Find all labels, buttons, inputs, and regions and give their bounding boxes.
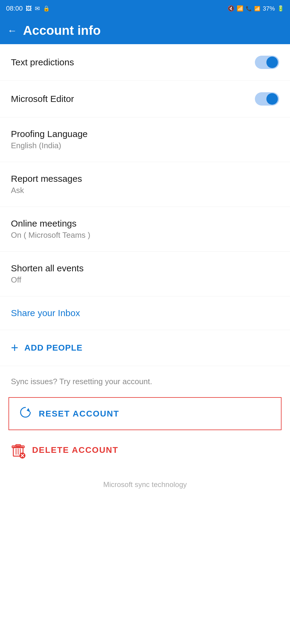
- shorten-events-title: Shorten all events: [11, 263, 84, 273]
- battery-icon: 🔋: [277, 5, 284, 12]
- sync-notice-text: Sync issues? Try resetting your account.: [11, 377, 152, 386]
- battery-percentage: 37%: [263, 5, 275, 12]
- microsoft-editor-label-wrap: Microsoft Editor: [11, 94, 74, 104]
- text-predictions-toggle[interactable]: [255, 56, 279, 69]
- microsoft-editor-title: Microsoft Editor: [11, 94, 74, 104]
- text-predictions-row: Text predictions: [0, 44, 290, 81]
- header: ← Account info: [0, 17, 290, 44]
- microsoft-editor-row: Microsoft Editor: [0, 81, 290, 117]
- email-icon: ✉: [35, 5, 40, 12]
- status-bar-right: 🔇 📶 📞 📶 37% 🔋: [228, 5, 284, 12]
- online-meetings-label-wrap: Online meetings On ( Microsoft Teams ): [11, 218, 90, 240]
- add-people-label[interactable]: ADD PEOPLE: [25, 343, 83, 353]
- proofing-language-title: Proofing Language: [11, 129, 88, 139]
- status-bar-left: 08:00 🖼 ✉ 🔒: [6, 5, 50, 12]
- shorten-events-subtitle: Off: [11, 275, 84, 285]
- report-messages-subtitle: Ask: [11, 186, 82, 195]
- status-bar: 08:00 🖼 ✉ 🔒 🔇 📶 📞 📶 37% 🔋: [0, 0, 290, 17]
- lock-icon: 🔒: [43, 5, 50, 12]
- text-predictions-label-wrap: Text predictions: [11, 57, 74, 67]
- reset-icon: [19, 406, 32, 422]
- toggle-track-2: [255, 92, 279, 106]
- page-title: Account info: [23, 23, 101, 38]
- proofing-language-label-wrap: Proofing Language English (India): [11, 129, 88, 150]
- signal-icon: 📶: [254, 6, 260, 11]
- share-inbox-row[interactable]: Share your Inbox: [0, 296, 290, 330]
- share-inbox-link[interactable]: Share your Inbox: [11, 308, 80, 318]
- delete-account-button[interactable]: DELETE ACCOUNT: [0, 440, 290, 468]
- reset-account-button[interactable]: RESET ACCOUNT: [8, 397, 282, 430]
- sync-notice: Sync issues? Try resetting your account.: [0, 366, 290, 392]
- call-icon: 📞: [246, 6, 252, 11]
- add-icon: +: [11, 342, 18, 354]
- photo-icon: 🖼: [26, 5, 32, 12]
- shorten-events-label-wrap: Shorten all events Off: [11, 263, 84, 285]
- back-button[interactable]: ←: [7, 25, 17, 36]
- mute-icon: 🔇: [228, 5, 234, 12]
- footer: Microsoft sync technology: [0, 468, 290, 507]
- microsoft-editor-toggle[interactable]: [255, 92, 279, 106]
- delete-account-label[interactable]: DELETE ACCOUNT: [32, 445, 118, 455]
- status-time: 08:00: [6, 5, 23, 12]
- shorten-events-row[interactable]: Shorten all events Off: [0, 252, 290, 296]
- online-meetings-subtitle: On ( Microsoft Teams ): [11, 230, 90, 240]
- content: Text predictions Microsoft Editor Proofi…: [0, 44, 290, 507]
- proofing-language-subtitle: English (India): [11, 141, 88, 150]
- proofing-language-row[interactable]: Proofing Language English (India): [0, 117, 290, 162]
- online-meetings-row[interactable]: Online meetings On ( Microsoft Teams ): [0, 207, 290, 252]
- report-messages-label-wrap: Report messages Ask: [11, 174, 82, 195]
- toggle-thumb-2: [266, 93, 278, 105]
- report-messages-title: Report messages: [11, 174, 82, 184]
- footer-text: Microsoft sync technology: [103, 480, 187, 489]
- online-meetings-title: Online meetings: [11, 218, 90, 229]
- delete-icon: [11, 443, 25, 457]
- toggle-thumb: [266, 57, 278, 68]
- reset-account-label[interactable]: RESET ACCOUNT: [39, 409, 119, 419]
- report-messages-row[interactable]: Report messages Ask: [0, 162, 290, 207]
- toggle-track: [255, 56, 279, 69]
- text-predictions-title: Text predictions: [11, 57, 74, 67]
- add-people-row[interactable]: + ADD PEOPLE: [0, 330, 290, 366]
- wifi-icon: 📶: [237, 5, 243, 12]
